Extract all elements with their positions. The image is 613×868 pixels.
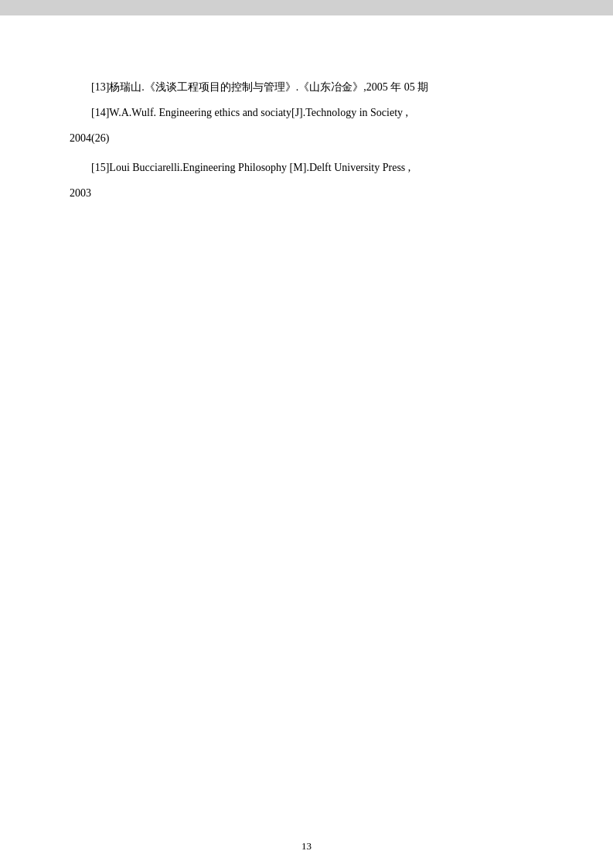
reference-item-13: [13]杨瑞山.《浅谈工程项目的控制与管理》.《山东冶金》,2005 年 05 … (70, 77, 543, 97)
reference-item-14-cont: 2004(26) (70, 128, 543, 148)
reference-item-14: [14]W.A.Wulf. Engineering ethics and soc… (70, 103, 543, 122)
ref15-line1: [15]Loui Bucciarelli.Engineering Philoso… (91, 162, 410, 173)
reference-item-15-cont: 2003 (70, 183, 543, 203)
references-list: [13]杨瑞山.《浅谈工程项目的控制与管理》.《山东冶金》,2005 年 05 … (70, 77, 543, 203)
page-number: 13 (301, 840, 312, 853)
reference-item-15: [15]Loui Bucciarelli.Engineering Philoso… (70, 158, 543, 177)
document-page: [13]杨瑞山.《浅谈工程项目的控制与管理》.《山东冶金》,2005 年 05 … (0, 15, 613, 868)
ref14-line1: [14]W.A.Wulf. Engineering ethics and soc… (91, 107, 408, 118)
ref15-line2: 2003 (70, 187, 91, 199)
ref13-text: [13]杨瑞山.《浅谈工程项目的控制与管理》.《山东冶金》,2005 年 05 … (91, 81, 428, 93)
ref14-line2: 2004(26) (70, 132, 109, 144)
